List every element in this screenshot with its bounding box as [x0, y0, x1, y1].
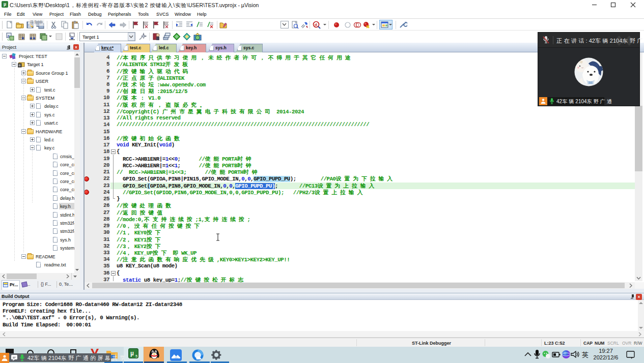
svg-text:a: a	[8, 34, 10, 38]
svg-text:d: d	[315, 22, 317, 27]
svg-text:L: L	[70, 34, 72, 37]
